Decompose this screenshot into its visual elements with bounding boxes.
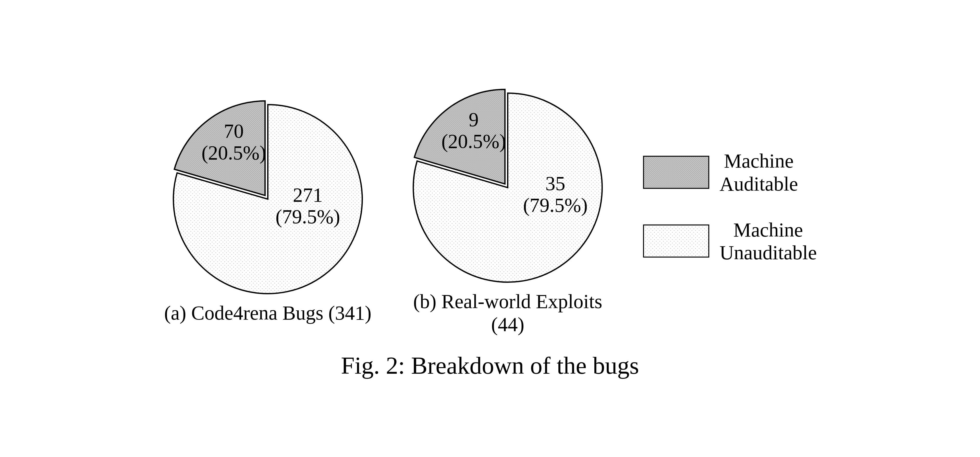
pie-a-svg [163,89,372,299]
svg-rect-6 [643,156,709,188]
figure: 70(20.5%) 271(79.5%) (a) Code4rena Bugs … [163,78,817,379]
subcaption-b: (b) Real-world Exploits (44) [403,290,612,336]
pie-a: 70(20.5%) 271(79.5%) [163,89,372,299]
legend-label-unauditable: MachineUnauditable [719,218,817,264]
svg-rect-7 [643,225,709,257]
swatch-unauditable [643,225,709,258]
pie-b: 9(20.5%) 35(79.5%) [403,78,612,287]
slice-label-unauditable-b: 35(79.5%) [523,172,587,216]
chart-b: 9(20.5%) 35(79.5%) (b) Real-world Exploi… [403,78,612,336]
figure-caption: Fig. 2: Breakdown of the bugs [341,351,639,379]
legend-label-auditable: MachineAuditable [719,149,798,195]
subcaption-a: (a) Code4rena Bugs (341) [164,301,371,324]
legend: MachineAuditable MachineUnauditable [643,149,817,264]
chart-a: 70(20.5%) 271(79.5%) (a) Code4rena Bugs … [163,89,372,324]
charts-row: 70(20.5%) 271(79.5%) (a) Code4rena Bugs … [163,78,817,336]
legend-item-unauditable: MachineUnauditable [643,218,817,264]
slice-label-unauditable-a: 271(79.5%) [275,184,340,228]
swatch-auditable [643,155,709,189]
slice-label-auditable-a: 70(20.5%) [201,120,266,164]
legend-item-auditable: MachineAuditable [643,149,817,195]
slice-label-auditable-b: 9(20.5%) [441,108,506,152]
